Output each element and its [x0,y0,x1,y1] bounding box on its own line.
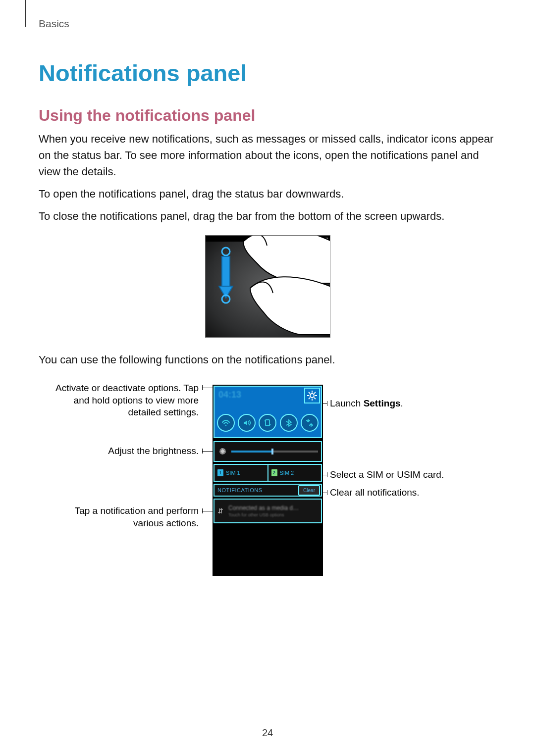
sound-toggle[interactable] [238,414,256,432]
svg-line-12 [309,398,310,399]
header-rule [25,0,26,27]
quick-toggle-row [215,409,320,436]
sim1-label: SIM 1 [226,470,240,476]
notification-title: Connected as a media d… [228,504,299,512]
lead-tick [202,449,203,454]
brightness-slider[interactable] [231,451,318,453]
panel-header: 04:13 [214,386,322,438]
bluetooth-toggle[interactable] [280,414,298,432]
notifications-label: NOTIFICATIONS [215,487,263,493]
svg-line-10 [314,398,316,399]
gear-icon [307,391,317,401]
section-subtitle: Using the notifications panel [39,106,496,125]
paragraph-4: You can use the following functions on t… [39,352,496,368]
panel-diagram: Activate or deactivate options. Tap and … [39,385,496,598]
wifi-toggle[interactable] [217,414,235,432]
lead-tick [327,472,327,477]
callout-quick-toggles: Activate or deactivate options. Tap and … [50,382,199,419]
lead-tick [327,401,327,406]
gesture-figure: 10:00 [205,235,330,338]
lead-tick [202,508,203,513]
paragraph-2: To open the notifications panel, drag th… [39,186,496,202]
callout-text: . [401,398,403,408]
hand-lower-icon [240,270,330,338]
callout-launch-settings: Launch Settings. [330,398,403,410]
callout-bold: Settings [364,398,401,408]
svg-rect-14 [266,420,269,426]
svg-point-4 [310,394,314,398]
sim2-badge: 2 [271,469,277,476]
brightness-slider-row[interactable]: ✺ [214,441,322,462]
paragraph-3: To close the notifications panel, drag t… [39,208,496,224]
sync-icon [305,418,314,427]
usb-icon: ⇵ [217,507,224,515]
sim2-button[interactable]: 2 SIM 2 [268,465,321,481]
brightness-icon: ✺ [217,446,227,457]
header-section: Basics [39,18,496,30]
wifi-icon [221,418,230,427]
sound-icon [242,418,251,427]
sim2-label: SIM 2 [280,470,294,476]
lead-tick [327,490,327,495]
page-number: 24 [0,727,535,739]
callout-select-sim: Select a SIM or USIM card. [330,469,444,481]
lead-tick [202,385,203,390]
svg-line-9 [309,392,310,394]
svg-point-13 [225,424,227,426]
sim1-badge: 1 [217,469,223,476]
screen-rotation-icon [263,418,272,427]
svg-line-11 [314,392,316,394]
callout-notification-action: Tap a notification and perform various a… [50,505,199,529]
callout-clear-all: Clear all notifications. [330,487,420,499]
clear-button[interactable]: Clear [298,485,320,496]
notifications-header: NOTIFICATIONS Clear [214,484,322,497]
sim-selector-row: 1 SIM 1 2 SIM 2 [214,464,322,482]
phone-mockup: 04:13 [213,385,323,576]
page-title: Notifications panel [39,59,496,87]
notification-subtext: Touch for other USB options [228,512,299,517]
notification-item[interactable]: ⇵ Connected as a media d… Touch for othe… [214,499,322,523]
paragraph-1: When you receive new notifications, such… [39,131,496,180]
sync-toggle[interactable] [301,414,319,432]
sim1-button[interactable]: 1 SIM 1 [214,465,268,481]
settings-button[interactable] [304,388,320,403]
callout-brightness: Adjust the brightness. [87,445,199,457]
bluetooth-icon [284,418,293,427]
callout-text: Launch [330,398,364,408]
screen-rotation-toggle[interactable] [259,414,276,432]
